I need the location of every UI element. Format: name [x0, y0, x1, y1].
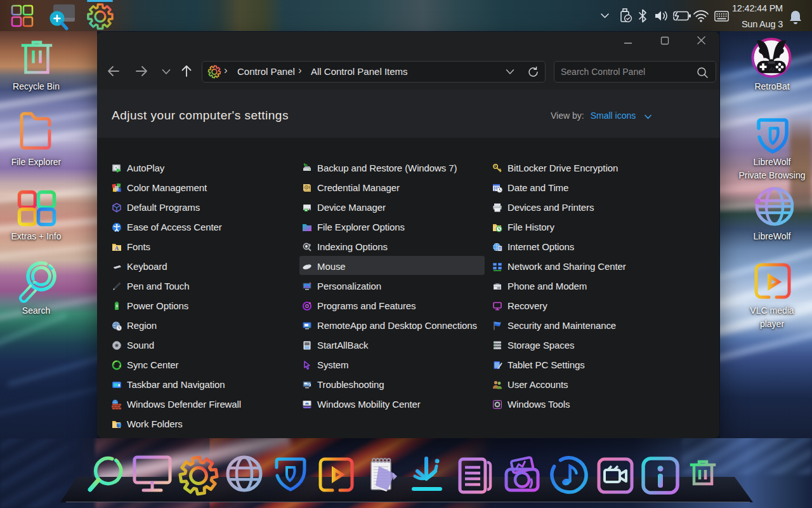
svg-text:A: A [115, 245, 119, 251]
